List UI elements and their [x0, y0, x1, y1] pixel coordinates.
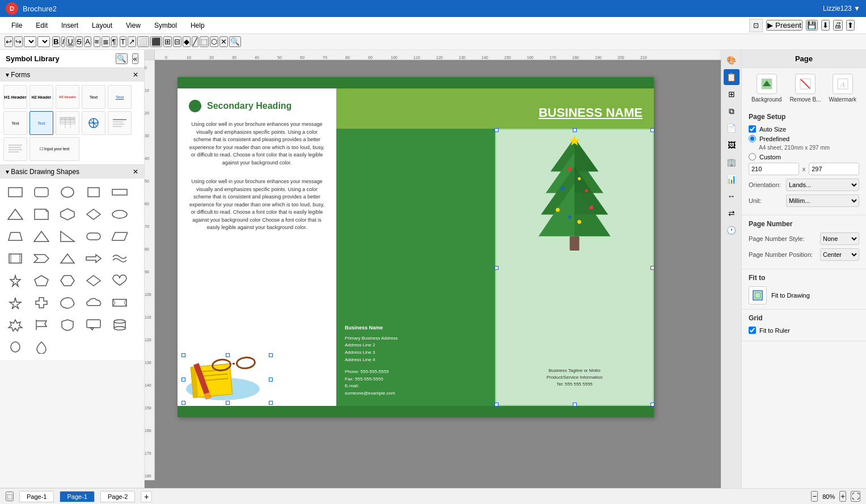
page-tab-2[interactable]: Page-2 [100, 491, 135, 502]
shape-hexagon2[interactable] [56, 270, 79, 290]
shape-cross[interactable] [29, 293, 53, 312]
shape-triangle2[interactable] [29, 226, 53, 246]
page-ref-btn[interactable]: 📄 [724, 120, 740, 136]
background-action[interactable]: Background [751, 74, 781, 103]
shape-heart[interactable] [108, 270, 132, 290]
hierarchy-btn[interactable]: 🏢 [724, 154, 740, 170]
page-style-btn[interactable]: 🎨 [724, 52, 740, 68]
menu-edit[interactable]: Edit [30, 19, 53, 32]
shape-cylinder[interactable] [108, 315, 132, 334]
shape-callout[interactable] [82, 315, 105, 334]
tree-handle-bl[interactable] [495, 403, 499, 406]
shape-oval[interactable] [3, 337, 27, 357]
tree-handle-br[interactable] [650, 403, 654, 406]
shape-shield[interactable] [56, 315, 79, 334]
shape-ribbon[interactable] [108, 293, 132, 312]
line-btn[interactable]: ╱ [192, 36, 198, 47]
menu-view[interactable]: View [120, 19, 146, 32]
align-left-btn[interactable]: ≡ [94, 36, 100, 47]
search-tb-btn[interactable]: 🔍 [229, 36, 241, 47]
text-options-btn[interactable]: ¶ [111, 36, 117, 47]
page-tab-1[interactable]: Page-1 [19, 491, 54, 502]
container-btn[interactable]: ⬜ [137, 36, 149, 47]
selection-handle-tl[interactable] [181, 353, 185, 357]
shapes-close-btn[interactable]: ✕ [133, 168, 138, 176]
strikethrough-btn[interactable]: S [75, 36, 83, 47]
tree-handle-ml[interactable] [495, 266, 499, 270]
menu-file[interactable]: File [6, 19, 28, 32]
selection-handle-br[interactable] [269, 401, 273, 405]
tree-image-area[interactable]: Business Tagline or Motto Product/Servic… [495, 129, 654, 406]
user-menu[interactable]: Lizzie123 ▼ [823, 5, 860, 12]
selection-handle-mr[interactable] [269, 378, 273, 382]
lock-btn[interactable]: ⬡ [210, 36, 218, 47]
shape-arrow-right[interactable] [82, 248, 105, 268]
border-btn[interactable]: ⬚ [200, 36, 209, 47]
align-center-btn[interactable]: ≣ [102, 36, 110, 47]
download-btn[interactable]: ⬇ [821, 20, 830, 31]
share-btn[interactable]: ⬆ [846, 20, 855, 31]
form-list2[interactable] [3, 137, 27, 161]
menu-insert[interactable]: Insert [56, 19, 84, 32]
fit-to-drawing-icon[interactable] [749, 286, 767, 304]
custom-radio[interactable] [749, 153, 756, 160]
zoom-out-btn[interactable]: − [811, 491, 818, 502]
add-page-button[interactable]: + [141, 491, 152, 502]
shape-blob[interactable] [56, 293, 79, 312]
history-btn[interactable]: 🕐 [724, 222, 740, 238]
menu-layout[interactable]: Layout [86, 19, 118, 32]
form-list1[interactable] [108, 111, 132, 135]
layers-btn[interactable]: ⧉ [724, 103, 740, 119]
page-setup-btn[interactable]: 📋 [724, 69, 740, 85]
shape-stadium[interactable] [82, 226, 105, 246]
shape-trapezoid[interactable] [3, 226, 27, 246]
shape-wide-rect[interactable] [108, 182, 132, 202]
link-btn[interactable]: ✕ [219, 36, 228, 47]
zoom-in-btn[interactable]: + [839, 491, 846, 502]
shape-triangle3[interactable] [56, 248, 79, 268]
shape-hexagon[interactable] [56, 204, 79, 224]
shape-diamond[interactable] [82, 204, 105, 224]
arrange2-btn[interactable]: ⊟ [173, 36, 181, 47]
shape-circle[interactable] [56, 182, 79, 202]
arrange-btn[interactable]: ⊞ [163, 36, 172, 47]
page-overview-btn[interactable]: ⬚ [6, 492, 14, 501]
form-checkbox[interactable]: ☐ Input your text [29, 137, 79, 161]
shape-rect[interactable] [3, 182, 27, 202]
symbol-search-btn[interactable]: 🔍 [116, 53, 128, 64]
menu-symbol[interactable]: Symbol [149, 19, 183, 32]
menu-help[interactable]: Help [185, 19, 210, 32]
redo-btn[interactable]: ↪ [14, 36, 23, 47]
selection-handle-bm[interactable] [226, 401, 230, 405]
predefined-radio[interactable] [749, 135, 756, 142]
symbol-collapse-btn[interactable]: « [132, 53, 138, 64]
shape-triangle[interactable] [3, 204, 27, 224]
shape-parallelogram[interactable] [108, 226, 132, 246]
shape-drop[interactable] [29, 337, 53, 357]
form-h3-header[interactable]: H3 Header [56, 85, 79, 109]
form-table1[interactable] [56, 111, 79, 135]
shape-star5[interactable] [3, 270, 27, 290]
container2-btn[interactable]: ⬛ [150, 36, 162, 47]
save-btn[interactable]: 💾 [806, 20, 818, 31]
shape-folded-corner[interactable] [29, 204, 53, 224]
page-number-style-select[interactable]: None 1, 2, 3... [820, 232, 859, 245]
shape-chevron[interactable] [29, 248, 53, 268]
chart-btn[interactable]: 📊 [724, 171, 740, 187]
shape-pentagon[interactable] [29, 270, 53, 290]
canvas-viewport[interactable]: Secondary Heading Using color well in yo… [155, 60, 721, 480]
resize-btn[interactable]: ↔ [724, 188, 740, 204]
fit-to-ruler-checkbox[interactable] [749, 327, 756, 334]
form-text2[interactable]: Text [108, 85, 132, 109]
shape-rounded-rect[interactable] [29, 182, 53, 202]
shape-flag[interactable] [29, 315, 53, 334]
tree-handle-tm[interactable] [573, 128, 577, 132]
bold-btn[interactable]: B [52, 36, 60, 47]
forms-close-btn[interactable]: ✕ [133, 71, 138, 79]
shape-wavy[interactable] [108, 248, 132, 268]
connector-btn[interactable]: ↗ [128, 36, 136, 47]
page-number-position-select[interactable]: Center Left Right [820, 248, 859, 261]
shape-bracket-rect[interactable] [3, 248, 27, 268]
page-tab-1-active[interactable]: Page-1 [60, 491, 94, 502]
unit-select[interactable]: Millim... Pixels [786, 194, 859, 207]
